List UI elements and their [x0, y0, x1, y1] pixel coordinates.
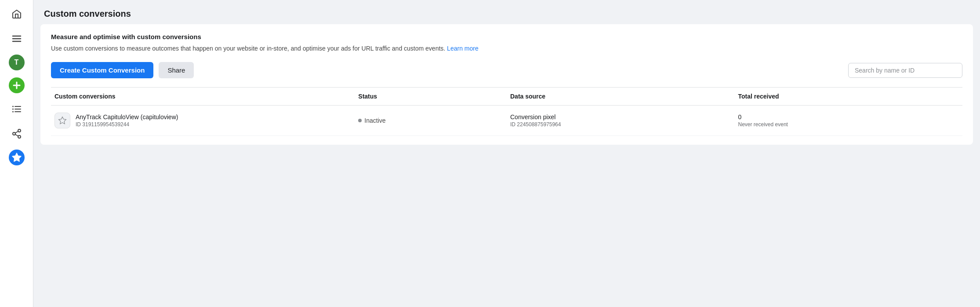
- card-description: Use custom conversions to measure outcom…: [51, 44, 962, 53]
- svg-line-14: [15, 135, 18, 136]
- sidebar-item-favorites[interactable]: [9, 150, 25, 165]
- cell-status: Inactive: [355, 117, 507, 124]
- page-title: Custom conversions: [44, 9, 969, 19]
- col-header-name: Custom conversions: [51, 93, 355, 100]
- sidebar-item-menu[interactable]: [8, 30, 25, 48]
- conversion-name: AnyTrack CapituloView (capituloview): [76, 113, 178, 121]
- data-source-name: Conversion pixel: [510, 113, 731, 121]
- search-input[interactable]: [848, 63, 962, 78]
- avatar[interactable]: T: [9, 55, 25, 70]
- learn-more-link[interactable]: Learn more: [447, 45, 479, 52]
- table-header: Custom conversions Status Data source To…: [51, 88, 962, 106]
- sidebar-item-social[interactable]: [8, 125, 25, 143]
- search-wrapper: [848, 63, 962, 78]
- card-heading: Measure and optimise with custom convers…: [51, 33, 962, 40]
- total-received-sub: Never received event: [738, 121, 959, 128]
- status-cell: Inactive: [358, 117, 503, 124]
- total-received-count: 0: [738, 113, 959, 121]
- conversion-icon: [54, 113, 70, 128]
- col-header-data-source: Data source: [507, 93, 735, 100]
- page-header: Custom conversions: [33, 0, 980, 24]
- svg-point-8: [12, 106, 14, 107]
- main-content: Custom conversions Measure and optimise …: [33, 0, 980, 307]
- sidebar-item-create[interactable]: [9, 77, 25, 93]
- table-row: AnyTrack CapituloView (capituloview) ID …: [51, 106, 962, 136]
- home-icon: [11, 9, 22, 19]
- content-card: Measure and optimise with custom convers…: [40, 24, 973, 145]
- star-outline-icon: [58, 116, 67, 125]
- info-section: Measure and optimise with custom convers…: [51, 33, 962, 53]
- conversion-id: ID 3191159954539244: [76, 121, 178, 128]
- col-header-status: Status: [355, 93, 507, 100]
- list-icon: [11, 104, 22, 114]
- sidebar-item-pages[interactable]: [8, 100, 25, 118]
- create-custom-conversion-button[interactable]: Create Custom Conversion: [51, 62, 153, 78]
- conversion-item: AnyTrack CapituloView (capituloview) ID …: [54, 113, 351, 128]
- conversion-details: AnyTrack CapituloView (capituloview) ID …: [76, 113, 178, 128]
- cell-conversion-name: AnyTrack CapituloView (capituloview) ID …: [51, 113, 355, 128]
- action-bar: Create Custom Conversion Share: [51, 62, 962, 78]
- cell-total-received: 0 Never received event: [735, 113, 963, 128]
- menu-icon: [11, 33, 22, 44]
- cell-data-source: Conversion pixel ID 224508875975964: [507, 113, 735, 128]
- data-source-id: ID 224508875975964: [510, 121, 731, 128]
- sidebar: T: [0, 0, 33, 307]
- plus-icon: [11, 80, 22, 91]
- svg-line-15: [15, 132, 18, 133]
- svg-marker-16: [12, 153, 21, 161]
- svg-point-10: [12, 111, 14, 113]
- sidebar-item-home[interactable]: [8, 5, 25, 23]
- svg-marker-17: [59, 117, 66, 124]
- status-label: Inactive: [364, 117, 385, 124]
- col-header-total-received: Total received: [735, 93, 963, 100]
- svg-point-9: [12, 109, 14, 110]
- share-button[interactable]: Share: [159, 62, 194, 78]
- status-dot: [358, 119, 362, 122]
- star-icon: [11, 152, 22, 163]
- share-icon: [11, 128, 22, 139]
